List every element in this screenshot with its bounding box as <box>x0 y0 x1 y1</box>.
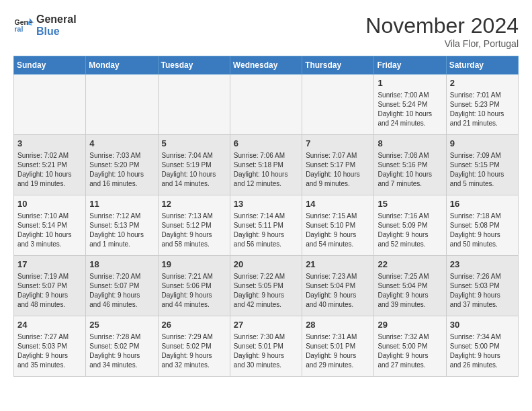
day-info: and 14 minutes. <box>162 179 226 189</box>
day-info: Sunrise: 7:00 AM <box>378 91 442 100</box>
calendar-cell: 24Sunrise: 7:27 AMSunset: 5:03 PMDayligh… <box>14 316 86 377</box>
calendar-cell: 5Sunrise: 7:04 AMSunset: 5:19 PMDaylight… <box>158 135 230 195</box>
calendar-cell: 20Sunrise: 7:22 AMSunset: 5:05 PMDayligh… <box>230 256 302 316</box>
day-info: and 42 minutes. <box>234 300 298 310</box>
day-info: Sunrise: 7:34 AM <box>450 332 515 342</box>
day-info: Daylight: 10 hours <box>306 170 370 179</box>
day-number: 9 <box>450 138 515 150</box>
calendar-week-row: 10Sunrise: 7:10 AMSunset: 5:14 PMDayligh… <box>14 195 519 256</box>
day-number: 5 <box>162 138 226 150</box>
calendar-cell: 19Sunrise: 7:21 AMSunset: 5:06 PMDayligh… <box>158 256 230 316</box>
day-number: 30 <box>450 319 515 331</box>
day-info: Sunrise: 7:20 AM <box>89 272 154 281</box>
day-info: Sunset: 5:00 PM <box>378 342 442 351</box>
day-info: and 1 minute. <box>89 240 154 249</box>
calendar-table: SundayMondayTuesdayWednesdayThursdayFrid… <box>13 56 519 377</box>
day-info: Sunset: 5:06 PM <box>162 281 226 291</box>
day-info: Sunrise: 7:19 AM <box>17 272 82 281</box>
day-info: Sunset: 5:24 PM <box>378 100 442 109</box>
day-info: Sunset: 5:10 PM <box>306 221 370 230</box>
day-info: Sunset: 5:15 PM <box>450 161 515 170</box>
calendar-cell: 28Sunrise: 7:31 AMSunset: 5:01 PMDayligh… <box>302 316 374 377</box>
day-number: 18 <box>89 259 154 271</box>
day-info: Daylight: 9 hours <box>234 291 298 300</box>
calendar-cell: 29Sunrise: 7:32 AMSunset: 5:00 PMDayligh… <box>374 316 446 377</box>
calendar-cell: 7Sunrise: 7:07 AMSunset: 5:17 PMDaylight… <box>302 135 374 195</box>
day-info: and 12 minutes. <box>234 179 298 189</box>
day-info: Sunrise: 7:27 AM <box>17 332 82 342</box>
day-info: Sunset: 5:00 PM <box>450 342 515 351</box>
calendar-cell: 8Sunrise: 7:08 AMSunset: 5:16 PMDaylight… <box>374 135 446 195</box>
day-info: Sunrise: 7:08 AM <box>378 151 442 161</box>
day-info: Sunset: 5:19 PM <box>162 161 226 170</box>
page-header: Gene ral General Blue November 2024 Vila… <box>13 13 519 49</box>
day-info: and 50 minutes. <box>450 240 515 249</box>
day-info: Sunset: 5:09 PM <box>378 221 442 230</box>
day-number: 25 <box>89 319 154 331</box>
calendar-cell: 1Sunrise: 7:00 AMSunset: 5:24 PMDaylight… <box>374 75 446 135</box>
day-info: Daylight: 10 hours <box>162 170 226 179</box>
day-info: and 5 minutes. <box>450 179 515 189</box>
day-info: Sunrise: 7:18 AM <box>450 212 515 221</box>
title-section: November 2024 Vila Flor, Portugal <box>365 13 519 49</box>
day-info: and 9 minutes. <box>306 179 370 189</box>
day-info: Sunset: 5:08 PM <box>450 221 515 230</box>
day-info: Sunset: 5:01 PM <box>306 342 370 351</box>
day-number: 27 <box>234 319 298 331</box>
day-number: 24 <box>17 319 82 331</box>
calendar-cell <box>86 75 158 135</box>
calendar-cell <box>14 75 86 135</box>
day-info: Daylight: 9 hours <box>378 291 442 300</box>
day-number: 16 <box>450 198 515 210</box>
day-info: and 48 minutes. <box>17 300 82 310</box>
calendar-cell: 13Sunrise: 7:14 AMSunset: 5:11 PMDayligh… <box>230 195 302 256</box>
day-info: Sunrise: 7:14 AM <box>234 212 298 221</box>
day-info: and 44 minutes. <box>162 300 226 310</box>
day-info: Sunset: 5:18 PM <box>234 161 298 170</box>
day-info: Daylight: 10 hours <box>378 170 442 179</box>
day-info: and 46 minutes. <box>89 300 154 310</box>
weekday-header: Friday <box>374 56 446 75</box>
svg-text:ral: ral <box>15 25 24 33</box>
weekday-header: Wednesday <box>230 56 302 75</box>
day-info: Sunset: 5:07 PM <box>89 281 154 291</box>
day-info: and 35 minutes. <box>17 361 82 370</box>
day-info: Sunset: 5:23 PM <box>450 100 515 109</box>
day-info: Daylight: 9 hours <box>89 291 154 300</box>
day-info: Daylight: 10 hours <box>450 170 515 179</box>
day-info: Sunrise: 7:26 AM <box>450 272 515 281</box>
day-info: Daylight: 10 hours <box>450 109 515 119</box>
day-info: Sunset: 5:11 PM <box>234 221 298 230</box>
day-info: Daylight: 10 hours <box>17 230 82 240</box>
day-info: and 19 minutes. <box>17 179 82 189</box>
day-info: Sunrise: 7:21 AM <box>162 272 226 281</box>
day-info: Sunset: 5:07 PM <box>17 281 82 291</box>
day-info: Daylight: 9 hours <box>17 291 82 300</box>
calendar-week-row: 24Sunrise: 7:27 AMSunset: 5:03 PMDayligh… <box>14 316 519 377</box>
day-info: and 3 minutes. <box>17 240 82 249</box>
calendar-cell <box>158 75 230 135</box>
calendar-cell <box>302 75 374 135</box>
day-info: Sunrise: 7:15 AM <box>306 212 370 221</box>
day-info: Sunset: 5:02 PM <box>89 342 154 351</box>
day-info: and 26 minutes. <box>450 361 515 370</box>
day-info: Daylight: 10 hours <box>378 109 442 119</box>
day-info: Daylight: 9 hours <box>89 351 154 361</box>
day-number: 22 <box>378 259 442 271</box>
calendar-cell: 18Sunrise: 7:20 AMSunset: 5:07 PMDayligh… <box>86 256 158 316</box>
day-number: 7 <box>306 138 370 150</box>
day-info: Daylight: 9 hours <box>306 351 370 361</box>
day-info: Sunset: 5:16 PM <box>378 161 442 170</box>
day-number: 26 <box>162 319 226 331</box>
day-info: Sunrise: 7:13 AM <box>162 212 226 221</box>
day-info: Daylight: 10 hours <box>89 170 154 179</box>
day-info: Daylight: 10 hours <box>89 230 154 240</box>
day-info: Sunset: 5:03 PM <box>17 342 82 351</box>
calendar-cell: 10Sunrise: 7:10 AMSunset: 5:14 PMDayligh… <box>14 195 86 256</box>
calendar-cell: 15Sunrise: 7:16 AMSunset: 5:09 PMDayligh… <box>374 195 446 256</box>
day-info: and 16 minutes. <box>89 179 154 189</box>
day-info: Sunset: 5:02 PM <box>162 342 226 351</box>
day-info: Sunrise: 7:10 AM <box>17 212 82 221</box>
day-number: 10 <box>17 198 82 210</box>
day-info: Sunset: 5:01 PM <box>234 342 298 351</box>
